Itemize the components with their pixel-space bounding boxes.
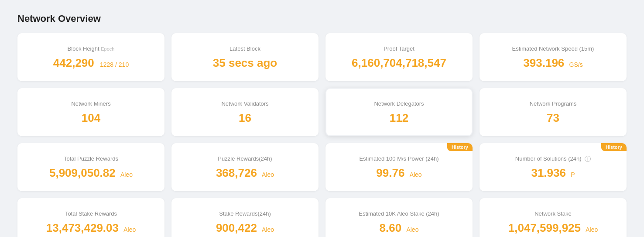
card-label-estimated-10k-stake: Estimated 10K Aleo Stake (24h) bbox=[359, 210, 439, 217]
card-value-total-puzzle-rewards: 5,909,050.82 Aleo bbox=[49, 166, 133, 180]
card-value-estimated-10k-stake: 8.60 Aleo bbox=[380, 221, 419, 235]
card-value-estimated-network-speed: 393.196 GS/s bbox=[523, 56, 582, 70]
card-value-network-stake: 1,047,599,925 Aleo bbox=[508, 221, 598, 235]
card-estimated-100mhs-power: HistoryEstimated 100 M/s Power (24h)99.7… bbox=[325, 143, 473, 191]
card-label-estimated-network-speed: Estimated Network Speed (15m) bbox=[512, 45, 594, 52]
card-value-number-of-solutions: 31.936 P bbox=[531, 166, 575, 180]
card-latest-block: Latest Block35 secs ago bbox=[171, 33, 319, 81]
card-stake-rewards-24h: Stake Rewards(24h)900,422 Aleo bbox=[171, 198, 319, 237]
card-value-puzzle-rewards-24h: 368,726 Aleo bbox=[216, 166, 274, 180]
card-network-stake: Network Stake1,047,599,925 Aleo bbox=[480, 198, 627, 237]
card-total-stake-rewards: Total Stake Rewards13,473,429.03 Aleo bbox=[17, 198, 164, 237]
card-block-height: Block Height Epoch442,290 1228 / 210 bbox=[17, 33, 164, 81]
card-total-puzzle-rewards: Total Puzzle Rewards5,909,050.82 Aleo bbox=[17, 143, 164, 191]
card-value-block-height: 442,290 1228 / 210 bbox=[53, 56, 129, 70]
card-estimated-10k-stake: Estimated 10K Aleo Stake (24h)8.60 Aleo bbox=[325, 198, 473, 237]
card-value-total-stake-rewards: 13,473,429.03 Aleo bbox=[46, 221, 136, 235]
card-number-of-solutions: HistoryNumber of Solutions (24h) i31.936… bbox=[480, 143, 627, 191]
history-badge-estimated-100mhs-power[interactable]: History bbox=[447, 143, 473, 151]
card-label-network-programs: Network Programs bbox=[530, 100, 577, 107]
card-label-stake-rewards-24h: Stake Rewards(24h) bbox=[219, 210, 271, 217]
card-label-network-delegators: Network Delegators bbox=[374, 100, 424, 107]
history-badge-number-of-solutions[interactable]: History bbox=[601, 143, 627, 151]
card-value-proof-target: 6,160,704,718,547 bbox=[352, 56, 446, 70]
card-network-programs: Network Programs73 bbox=[480, 88, 627, 136]
card-label-total-puzzle-rewards: Total Puzzle Rewards bbox=[64, 155, 118, 162]
card-value-latest-block: 35 secs ago bbox=[213, 56, 277, 70]
card-label-proof-target: Proof Target bbox=[384, 45, 414, 52]
card-network-validators: Network Validators16 bbox=[171, 88, 319, 136]
card-label-number-of-solutions: Number of Solutions (24h) i bbox=[515, 155, 591, 162]
card-value-estimated-100mhs-power: 99.76 Aleo bbox=[376, 166, 421, 180]
card-value-network-validators: 16 bbox=[239, 111, 251, 125]
card-network-delegators: Network Delegators112 bbox=[325, 88, 473, 136]
info-icon-number-of-solutions[interactable]: i bbox=[585, 156, 591, 162]
card-label-puzzle-rewards-24h: Puzzle Rewards(24h) bbox=[218, 155, 272, 162]
card-label-latest-block: Latest Block bbox=[230, 45, 260, 52]
card-label-block-height: Block Height Epoch bbox=[68, 45, 115, 52]
card-proof-target: Proof Target6,160,704,718,547 bbox=[325, 33, 473, 81]
stats-grid: Block Height Epoch442,290 1228 / 210Late… bbox=[17, 33, 627, 237]
card-puzzle-rewards-24h: Puzzle Rewards(24h)368,726 Aleo bbox=[171, 143, 319, 191]
card-value-network-miners: 104 bbox=[82, 111, 100, 125]
card-label-network-validators: Network Validators bbox=[221, 100, 268, 107]
card-label-total-stake-rewards: Total Stake Rewards bbox=[65, 210, 117, 217]
card-label-estimated-100mhs-power: Estimated 100 M/s Power (24h) bbox=[359, 155, 438, 162]
page-title: Network Overview bbox=[17, 13, 627, 24]
card-value-network-delegators: 112 bbox=[390, 111, 408, 125]
card-label-network-miners: Network Miners bbox=[71, 100, 110, 107]
card-network-miners: Network Miners104 bbox=[17, 88, 164, 136]
card-value-network-programs: 73 bbox=[547, 111, 559, 125]
card-label-network-stake: Network Stake bbox=[534, 210, 572, 217]
card-value-stake-rewards-24h: 900,422 Aleo bbox=[216, 221, 274, 235]
card-estimated-network-speed: Estimated Network Speed (15m)393.196 GS/… bbox=[480, 33, 627, 81]
